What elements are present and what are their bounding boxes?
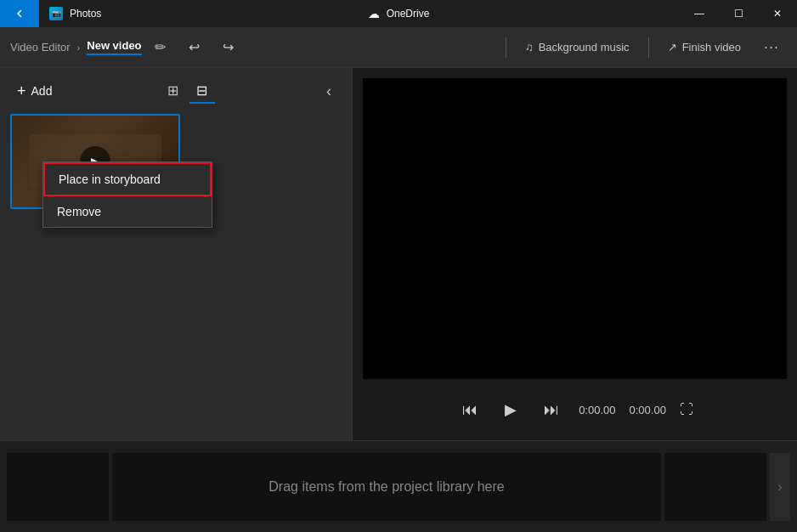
minimize-button[interactable]: — — [680, 0, 719, 27]
onedrive-label: OneDrive — [387, 8, 430, 20]
add-button[interactable]: + Add — [10, 79, 59, 104]
nav-divider-2 — [648, 37, 649, 58]
background-music-button[interactable]: ♫ Background music — [513, 36, 642, 59]
title-bar: 📷 Photos ☁ OneDrive — ☐ ✕ — [0, 0, 797, 27]
forward-button[interactable]: ⏭ — [538, 396, 565, 423]
fullscreen-icon: ⛶ — [680, 402, 693, 416]
breadcrumb-chevron: › — [77, 42, 81, 53]
storyboard-scroll-right[interactable]: › — [770, 453, 790, 521]
grid-view-button[interactable]: ⊞ — [161, 78, 186, 104]
app-icon: 📷 — [49, 7, 63, 20]
collapse-panel-button[interactable]: ‹ — [316, 78, 342, 104]
edit-button[interactable]: ✏ — [145, 32, 176, 63]
onedrive-icon: ☁ — [368, 7, 380, 20]
list-icon: ⊟ — [196, 82, 207, 99]
storyboard-hint: Drag items from the project library here — [268, 479, 504, 495]
place-in-storyboard-item[interactable]: Place in storyboard — [43, 162, 212, 196]
more-options-button[interactable]: ··· — [756, 32, 787, 63]
video-preview — [363, 78, 787, 379]
storyboard-cell-2 — [664, 453, 766, 521]
nav-divider-1 — [506, 37, 506, 58]
breadcrumb-parent[interactable]: Video Editor — [10, 41, 71, 54]
background-music-label: Background music — [539, 41, 630, 54]
app-name-label: Photos — [70, 8, 101, 20]
app-name: 📷 Photos — [39, 7, 101, 20]
play-button[interactable]: ▶ — [497, 396, 524, 423]
view-buttons: ⊞ ⊟ — [161, 78, 215, 104]
breadcrumb-current: New video — [87, 39, 141, 55]
title-bar-left: 📷 Photos — [0, 0, 101, 27]
grid-icon: ⊞ — [167, 82, 178, 99]
right-panel: ⏮ ▶ ⏭ 0:00.00 0:00.00 ⛶ — [353, 68, 797, 440]
forward-icon: ⏭ — [544, 401, 559, 419]
fullscreen-button[interactable]: ⛶ — [680, 402, 693, 417]
title-bar-center: ☁ OneDrive — [368, 7, 430, 20]
storyboard-cell-1 — [7, 453, 109, 521]
left-panel: + Add ⊞ ⊟ ‹ ▶ — [0, 68, 353, 440]
context-menu: Place in storyboard Remove — [42, 161, 212, 228]
close-button[interactable]: ✕ — [758, 0, 797, 27]
main-layout: + Add ⊞ ⊟ ‹ ▶ — [0, 68, 797, 440]
finish-video-button[interactable]: ↗ Finish video — [656, 36, 753, 59]
rewind-button[interactable]: ⏮ — [456, 396, 483, 423]
remove-item[interactable]: Remove — [43, 196, 212, 227]
finish-video-label: Finish video — [682, 41, 741, 54]
time-current: 0:00.00 — [579, 404, 615, 416]
storyboard-drop-zone[interactable]: Drag items from the project library here — [112, 453, 661, 521]
undo-button[interactable]: ↩ — [179, 32, 210, 63]
nav-bar: Video Editor › New video ✏ ↩ ↪ ♫ Backgro… — [0, 27, 797, 68]
title-bar-controls: — ☐ ✕ — [680, 0, 797, 27]
panel-toolbar: + Add ⊞ ⊟ ‹ — [10, 78, 342, 104]
play-icon: ▶ — [505, 400, 517, 419]
plus-icon: + — [17, 82, 26, 100]
rewind-icon: ⏮ — [462, 401, 478, 419]
music-icon: ♫ — [525, 41, 534, 54]
breadcrumb: Video Editor › New video — [10, 39, 142, 55]
back-button[interactable] — [0, 0, 39, 27]
list-view-button[interactable]: ⊟ — [189, 78, 215, 104]
redo-button[interactable]: ↪ — [213, 32, 244, 63]
video-controls: ⏮ ▶ ⏭ 0:00.00 0:00.00 ⛶ — [456, 389, 693, 430]
scroll-right-icon: › — [777, 479, 782, 495]
add-label: Add — [31, 84, 53, 98]
collapse-icon: ‹ — [326, 82, 331, 100]
export-icon: ↗ — [668, 41, 677, 54]
maximize-button[interactable]: ☐ — [719, 0, 758, 27]
storyboard-panel: Drag items from the project library here… — [0, 440, 797, 532]
time-total: 0:00.00 — [630, 404, 666, 416]
